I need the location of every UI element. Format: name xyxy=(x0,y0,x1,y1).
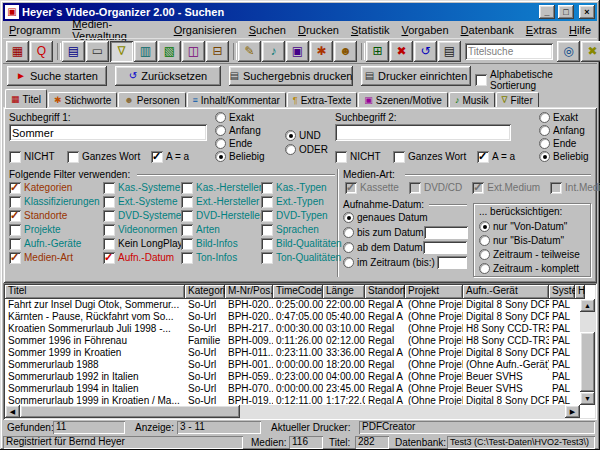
tab-extra-texte[interactable]: ¶Extra-Texte xyxy=(287,92,357,108)
tab-titel[interactable]: ▦Titel xyxy=(5,89,47,108)
media-art-kassette[interactable]: ✓Kassette xyxy=(345,181,399,194)
column-header-länge[interactable]: Länge xyxy=(323,285,365,299)
tab-stichworte[interactable]: ✱Stichworte xyxy=(48,92,117,108)
column-header-m-nr-pos[interactable]: M-Nr/Pos. xyxy=(225,285,273,299)
column-header-standort[interactable]: Standort xyxy=(365,285,405,299)
tab-musik[interactable]: ♪Musik xyxy=(449,92,495,108)
tab-filter[interactable]: ∇Filter xyxy=(496,92,539,108)
date-input-im-zeitraum-bis[interactable] xyxy=(437,256,467,269)
filter-kas-hersteller[interactable]: Kas.-Hersteller xyxy=(181,181,261,194)
combine-und[interactable]: UND xyxy=(285,129,321,142)
date-radio-ab-dem-datum[interactable]: ab dem Datum xyxy=(343,241,423,254)
table-row[interactable]: Sommer 1999 in KroatienSo-UrlBPH-011...0… xyxy=(5,347,580,359)
menu-item-datenbank[interactable]: Datenbank xyxy=(455,23,520,37)
clear-search-icon[interactable]: ✖ xyxy=(581,41,600,62)
copy-icon[interactable]: ⊞ xyxy=(366,41,389,62)
not-checkbox-1[interactable]: NICHT xyxy=(9,150,55,163)
tab-inhalt-kommentar[interactable]: ≡Inhalt/Kommentar xyxy=(187,92,286,108)
keywords-icon[interactable]: ✱ xyxy=(310,41,333,62)
table-row[interactable]: Sommerurlaub 1992 in ItalienSo-UrlBPH-05… xyxy=(5,371,580,383)
table-row[interactable]: Sommerurlaub 1999 in Kroatien / Ma...So-… xyxy=(5,395,580,405)
presets-icon[interactable]: ◫ xyxy=(182,41,205,62)
column-header-kategorie[interactable]: Kategorie xyxy=(185,285,225,299)
search-term1-input[interactable] xyxy=(9,124,207,141)
edit-icon[interactable]: ✎ xyxy=(238,41,261,62)
date-radio-im-zeitraum-bis[interactable]: im Zeitraum (bis:) xyxy=(343,256,435,269)
match1-ende[interactable]: Ende xyxy=(215,137,252,150)
music-icon[interactable]: ♪ xyxy=(262,41,285,62)
filter-aufn-datum[interactable]: ✓Aufn.-Datum xyxy=(103,251,181,264)
filter-dvd-typen[interactable]: DVD-Typen xyxy=(261,209,337,222)
vertical-scroll-thumb[interactable] xyxy=(580,332,595,392)
tab-personen[interactable]: ☻Personen xyxy=(118,92,185,108)
search-term2-input[interactable] xyxy=(335,124,511,141)
filter-aufn-geräte[interactable]: Aufn.-Geräte xyxy=(9,237,103,250)
video-overview-icon[interactable]: ▦ xyxy=(6,41,29,62)
print-list-icon[interactable]: ▥ xyxy=(134,41,157,62)
delete-icon[interactable]: ✖ xyxy=(390,41,413,62)
database-icon[interactable]: ⊟ xyxy=(206,41,229,62)
menu-item-drucken[interactable]: Drucken xyxy=(292,23,345,37)
filter-dvd-systeme[interactable]: DVD-Systeme xyxy=(103,209,181,222)
filter-kategorien[interactable]: ✓Kategorien xyxy=(9,181,103,194)
column-header-titel[interactable]: Titel xyxy=(5,285,185,299)
menu-item-extras[interactable]: Extras xyxy=(520,23,563,37)
date-radio-bis-zum-datum[interactable]: bis zum Datum xyxy=(343,226,424,239)
filter-sprachen[interactable]: Sprachen xyxy=(261,223,337,236)
vertical-scrollbar[interactable]: ▲ ▼ xyxy=(580,299,595,405)
filter-ext-hersteller[interactable]: Ext.-Hersteller xyxy=(181,195,261,208)
match2-ende[interactable]: Ende xyxy=(539,137,576,150)
filter-klassifizierungen[interactable]: Klassifizierungen xyxy=(9,195,103,208)
whole-word-checkbox-1[interactable]: Ganzes Wort xyxy=(67,150,140,163)
printer-setup-button[interactable]: ▤Drucker einrichten xyxy=(361,66,471,86)
consider-zeitraum-teilweise[interactable]: Zeitraum - teilweise xyxy=(479,248,590,261)
title-search-input[interactable] xyxy=(465,43,553,60)
minimize-button[interactable]: _ xyxy=(539,5,555,19)
vertical-scroll-track[interactable] xyxy=(580,312,595,392)
filter-bild-infos[interactable]: Bild-Infos xyxy=(181,237,261,250)
horizontal-scroll-thumb[interactable] xyxy=(20,405,240,418)
match2-beliebig[interactable]: Beliebig xyxy=(539,150,589,163)
find-title-icon[interactable]: ◎ xyxy=(557,41,580,62)
table-row[interactable]: Sommerurlaub 1988So-UrlBPH-001...0:00:00… xyxy=(5,359,580,371)
date-input-ab-dem-datum[interactable] xyxy=(423,241,467,254)
table-row[interactable]: Kärnten - Pause, Rückfahrt vom So...So-U… xyxy=(5,311,580,323)
persons-icon[interactable]: ☻ xyxy=(334,41,357,62)
case-checkbox-1[interactable]: ✓A = a xyxy=(151,150,189,163)
filter-kas-systeme[interactable]: Kas.-Systeme xyxy=(103,181,181,194)
menu-item-suchen[interactable]: Suchen xyxy=(243,23,292,37)
match1-anfang[interactable]: Anfang xyxy=(215,124,261,137)
date-input-bis-zum-datum[interactable] xyxy=(424,226,468,239)
start-search-button[interactable]: ►Suche starten xyxy=(7,66,107,86)
filter-dvd-hersteller[interactable]: DVD-Hersteller xyxy=(181,209,261,222)
match1-exakt[interactable]: Exakt xyxy=(215,111,254,124)
tab-szenen-motive[interactable]: ▣Szenen/Motive xyxy=(358,92,448,108)
table-row[interactable]: Sommerurlaub 1994 in ItalienSo-UrlBPH-07… xyxy=(5,383,580,395)
scroll-up-button[interactable]: ▲ xyxy=(580,299,595,312)
horizontal-scrollbar[interactable]: ◀ ▶ xyxy=(5,405,580,418)
match2-anfang[interactable]: Anfang xyxy=(539,124,585,137)
maximize-button[interactable]: □ xyxy=(558,5,574,19)
media-art-ext-medium[interactable]: ✓Ext.Medium xyxy=(472,181,540,194)
whole-word-checkbox-2[interactable]: Ganzes Wort xyxy=(393,150,466,163)
scroll-right-button[interactable]: ▶ xyxy=(565,405,580,418)
not-checkbox-2[interactable]: NICHT xyxy=(335,150,381,163)
case-checkbox-2[interactable]: ✓A = a xyxy=(477,150,515,163)
table-row[interactable]: Kroatien Sommerurlaub Juli 1998 -...So-U… xyxy=(5,323,580,335)
print-results-button[interactable]: ▤Suchergebnis drucken xyxy=(229,66,353,86)
menu-item-statistik[interactable]: Statistik xyxy=(345,23,396,37)
table-row[interactable]: Fahrt zur Insel Dugi Otok, Sommerur...So… xyxy=(5,299,580,311)
menu-item-organisieren[interactable]: Organisieren xyxy=(168,23,243,37)
column-header-h[interactable]: H xyxy=(575,285,585,299)
consider-nur-bis-datum[interactable]: nur "Bis-Datum" xyxy=(479,234,590,247)
column-header-timecode[interactable]: TimeCode xyxy=(273,285,323,299)
match2-exakt[interactable]: Exakt xyxy=(539,111,578,124)
column-header-system[interactable]: System xyxy=(549,285,575,299)
media-art-int-medium[interactable]: Int.Medium xyxy=(550,181,600,194)
alphabetical-sort-checkbox[interactable]: Alphabetische Sortierung xyxy=(475,69,597,91)
cassette-icon[interactable]: ▭ xyxy=(86,41,109,62)
match1-beliebig[interactable]: Beliebig xyxy=(215,150,265,163)
media-art-dvd-cd[interactable]: DVD/CD xyxy=(409,181,462,194)
menu-item-hilfe[interactable]: Hilfe xyxy=(563,23,597,37)
menu-item-programm[interactable]: Programm xyxy=(3,23,66,37)
